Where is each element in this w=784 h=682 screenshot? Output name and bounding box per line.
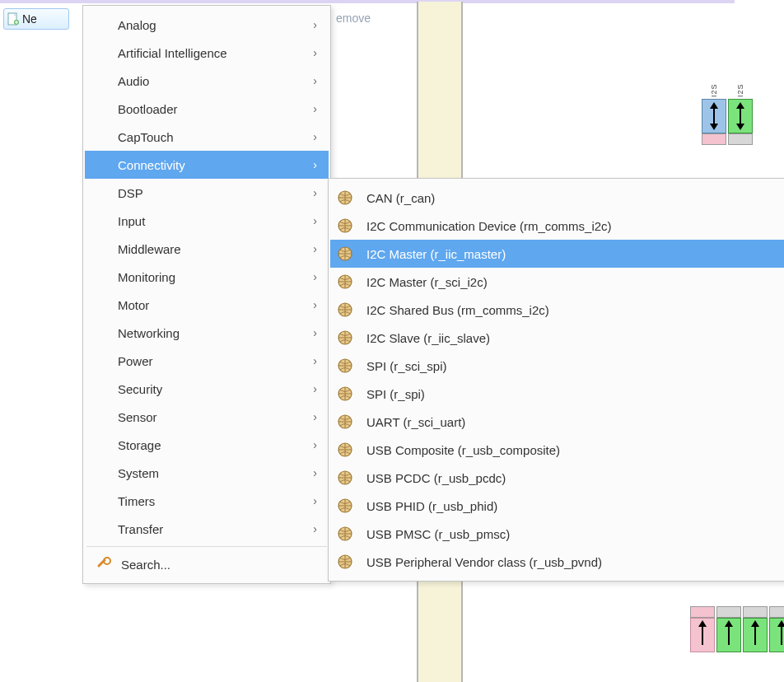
chevron-right-icon: › xyxy=(313,298,317,311)
pin[interactable] xyxy=(769,606,784,652)
pin-foot xyxy=(743,606,768,618)
submenu-item-label: I2C Communication Device (rm_comms_i2c) xyxy=(366,219,773,233)
module-icon xyxy=(337,301,353,318)
pin[interactable] xyxy=(716,606,741,652)
chevron-right-icon: › xyxy=(313,46,317,59)
submenu-item-i2c-comm-device[interactable]: I2C Communication Device (rm_comms_i2c) xyxy=(330,212,784,240)
chevron-right-icon: › xyxy=(313,18,317,31)
menu-item-connectivity[interactable]: Connectivity › xyxy=(85,151,329,179)
submenu-item-i2c-master-sci[interactable]: I2C Master (r_sci_i2c) xyxy=(330,268,784,296)
pin-body xyxy=(769,618,784,652)
new-stack-button[interactable]: Ne xyxy=(3,8,69,30)
menu-item-label: Power xyxy=(100,354,293,368)
chevron-right-icon: › xyxy=(313,466,317,479)
menu-item-label: Analog xyxy=(100,18,293,32)
search-icon xyxy=(96,556,113,572)
submenu-item-label: I2C Slave (r_iic_slave) xyxy=(366,331,773,345)
menu-item-monitoring[interactable]: Monitoring › xyxy=(85,263,329,291)
submenu-item-spi[interactable]: SPI (r_spi) xyxy=(330,380,784,408)
submenu-item-label: CAN (r_can) xyxy=(366,191,773,205)
pin-foot xyxy=(716,606,741,618)
chevron-right-icon: › xyxy=(313,354,317,367)
submenu-item-usb-pcdc[interactable]: USB PCDC (r_usb_pcdc) xyxy=(330,464,784,492)
menu-item-sensor[interactable]: Sensor › xyxy=(85,403,329,431)
module-icon xyxy=(337,329,353,346)
submenu-item-usb-composite[interactable]: USB Composite (r_usb_composite) xyxy=(330,436,784,464)
submenu-item-i2c-master-iic[interactable]: I2C Master (r_iic_master) xyxy=(330,240,784,268)
chevron-right-icon: › xyxy=(313,410,317,423)
menu-item-bootloader[interactable]: Bootloader › xyxy=(85,95,329,123)
remove-button-label[interactable]: emove xyxy=(336,12,371,25)
module-icon xyxy=(337,357,353,374)
chevron-right-icon: › xyxy=(313,186,317,199)
submenu-item-label: I2C Master (r_iic_master) xyxy=(366,247,773,261)
menu-item-power[interactable]: Power › xyxy=(85,347,329,375)
chevron-right-icon: › xyxy=(313,102,317,115)
category-context-menu: Analog › Artificial Intelligence › Audio… xyxy=(82,5,331,584)
menu-item-label: Artificial Intelligence xyxy=(100,46,293,60)
menu-item-label: Networking xyxy=(100,326,293,340)
chevron-right-icon: › xyxy=(313,130,317,143)
submenu-item-uart[interactable]: UART (r_sci_uart) xyxy=(330,408,784,436)
submenu-item-usb-pvnd[interactable]: USB Peripheral Vendor class (r_usb_pvnd) xyxy=(330,548,784,576)
submenu-item-usb-pmsc[interactable]: USB PMSC (r_usb_pmsc) xyxy=(330,520,784,548)
menu-item-captouch[interactable]: CapTouch › xyxy=(85,123,329,151)
pin-foot xyxy=(728,133,753,145)
pin-foot xyxy=(690,606,715,618)
submenu-item-spi-sci[interactable]: SPI (r_sci_spi) xyxy=(330,352,784,380)
menu-item-timers[interactable]: Timers › xyxy=(85,487,329,515)
pin[interactable]: I2S xyxy=(728,82,753,145)
menu-item-security[interactable]: Security › xyxy=(85,375,329,403)
menu-item-label: Timers xyxy=(100,494,293,508)
menu-item-storage[interactable]: Storage › xyxy=(85,431,329,459)
submenu-item-usb-phid[interactable]: USB PHID (r_usb_phid) xyxy=(330,492,784,520)
module-icon xyxy=(337,385,353,402)
chevron-right-icon: › xyxy=(313,74,317,87)
submenu-item-label: USB PMSC (r_usb_pmsc) xyxy=(366,527,773,541)
module-icon xyxy=(337,526,353,542)
chevron-right-icon: › xyxy=(313,270,317,283)
submenu-item-i2c-shared-bus[interactable]: I2C Shared Bus (rm_comms_i2c) xyxy=(330,296,784,324)
menu-item-audio[interactable]: Audio › xyxy=(85,67,329,95)
submenu-item-can[interactable]: CAN (r_can) xyxy=(330,184,784,212)
double-arrow-icon xyxy=(736,102,744,130)
menu-item-dsp[interactable]: DSP › xyxy=(85,179,329,207)
new-stack-label: Ne xyxy=(22,12,37,26)
double-arrow-icon xyxy=(710,102,718,130)
module-icon xyxy=(337,497,353,514)
menu-item-label: Motor xyxy=(100,298,293,312)
menu-item-motor[interactable]: Motor › xyxy=(85,291,329,319)
pin[interactable] xyxy=(743,606,768,652)
menu-item-transfer[interactable]: Transfer › xyxy=(85,515,329,543)
document-plus-icon xyxy=(7,12,19,26)
menu-item-middleware[interactable]: Middleware › xyxy=(85,235,329,263)
menu-separator xyxy=(86,546,327,547)
pin-body xyxy=(702,99,726,133)
chevron-right-icon: › xyxy=(313,522,317,535)
submenu-item-i2c-slave[interactable]: I2C Slave (r_iic_slave) xyxy=(330,324,784,352)
pin[interactable] xyxy=(690,606,715,652)
menu-item-input[interactable]: Input › xyxy=(85,207,329,235)
chevron-right-icon: › xyxy=(313,326,317,339)
module-icon xyxy=(337,469,353,486)
submenu-item-label: USB PCDC (r_usb_pcdc) xyxy=(366,471,773,485)
up-arrow-icon xyxy=(698,620,707,645)
menu-item-label: Audio xyxy=(100,74,293,88)
pin[interactable]: I2S xyxy=(702,82,726,145)
up-arrow-icon xyxy=(777,620,784,645)
menu-item-artificial-intelligence[interactable]: Artificial Intelligence › xyxy=(85,39,329,67)
menu-item-system[interactable]: System › xyxy=(85,459,329,487)
pin-body xyxy=(743,618,768,652)
pin-body xyxy=(716,618,741,652)
menu-item-analog[interactable]: Analog › xyxy=(85,11,329,39)
module-icon xyxy=(337,217,353,234)
module-icon xyxy=(337,413,353,430)
menu-item-search[interactable]: Search... xyxy=(85,550,329,578)
menu-item-networking[interactable]: Networking › xyxy=(85,319,329,347)
module-icon xyxy=(337,273,353,290)
chevron-right-icon: › xyxy=(313,494,317,507)
menu-item-label: Security xyxy=(100,382,293,396)
pin-block-top: I2S I2S xyxy=(702,82,754,145)
menu-item-label: Storage xyxy=(100,438,293,452)
pin-label: I2S xyxy=(736,82,744,99)
